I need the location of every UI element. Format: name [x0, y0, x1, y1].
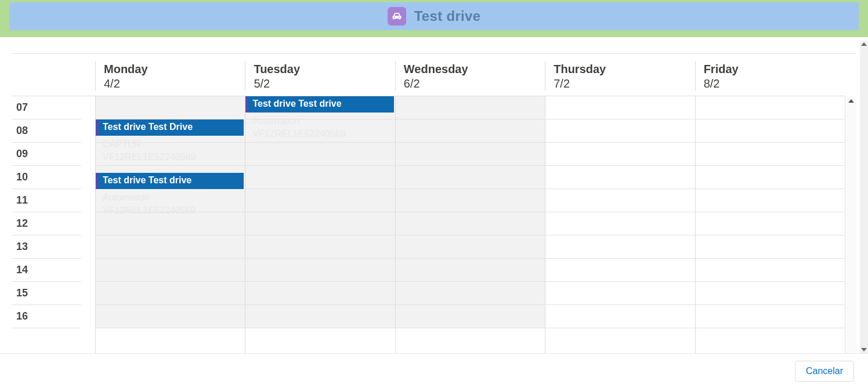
hour-cell[interactable] [545, 305, 695, 328]
hour-cell[interactable] [96, 235, 245, 259]
hour-cell[interactable] [696, 282, 845, 305]
calendar: Monday4/2Tuesday5/2Wednesday6/2Thursday7… [0, 54, 868, 370]
hour-cell[interactable] [396, 143, 545, 166]
time-slot: 16 [12, 305, 81, 328]
dialog-footer: Cancelar [0, 353, 868, 388]
hour-cell[interactable] [396, 119, 545, 143]
time-slot: 13 [12, 235, 81, 259]
hour-cell[interactable] [545, 212, 695, 235]
scroll-up-icon[interactable] [859, 41, 868, 48]
hour-cell[interactable] [696, 119, 845, 143]
day-name: Wednesday [404, 62, 545, 76]
hour-cell[interactable] [545, 166, 695, 189]
time-slot: 15 [12, 282, 81, 305]
day-date: 6/2 [404, 76, 545, 91]
event-vin: VF12REL1E52240569 [252, 128, 389, 140]
time-gutter: 07080910111213141516 [12, 96, 81, 370]
hour-cell[interactable] [245, 212, 395, 235]
day-name: Monday [104, 62, 245, 76]
day-header[interactable]: Thursday7/2 [545, 61, 695, 91]
time-slot: 12 [12, 212, 81, 235]
time-slot: 08 [12, 119, 81, 143]
hour-cell[interactable] [396, 96, 545, 119]
day-name: Tuesday [254, 62, 395, 76]
hour-cell[interactable] [245, 305, 395, 328]
time-slot: 10 [12, 166, 81, 189]
scroll-down-icon[interactable] [859, 346, 868, 353]
hour-cell[interactable] [545, 119, 695, 143]
day-column[interactable] [695, 96, 845, 370]
hour-cell[interactable] [96, 259, 245, 282]
hour-cell[interactable] [696, 96, 845, 119]
calendar-body: 07080910111213141516 CAPTURVF12REL1E5224… [12, 96, 856, 370]
day-column[interactable]: AutomationVF12REL1E52240569Test drive Te… [245, 96, 395, 370]
event-title: Test drive Test Drive [103, 121, 239, 133]
hour-cell[interactable] [96, 305, 245, 328]
hour-cell[interactable] [545, 235, 695, 259]
hour-cell[interactable] [96, 282, 245, 305]
time-slot: 09 [12, 143, 81, 166]
hour-cell[interactable] [245, 166, 395, 189]
time-slot: 07 [12, 96, 81, 119]
hour-cell[interactable] [396, 282, 545, 305]
day-column[interactable] [395, 96, 545, 370]
day-name: Friday [704, 62, 845, 76]
hour-cell[interactable] [245, 282, 395, 305]
scroll-up-icon[interactable] [847, 97, 856, 104]
event-title: Test drive Test drive [103, 174, 239, 187]
calendar-header-row: Monday4/2Tuesday5/2Wednesday6/2Thursday7… [12, 54, 845, 96]
car-icon [388, 7, 406, 26]
hour-cell[interactable] [696, 235, 845, 259]
hour-cell[interactable] [545, 259, 695, 282]
hour-cell[interactable] [245, 235, 395, 259]
event-subtitle: Automation [252, 115, 389, 128]
day-header[interactable]: Wednesday6/2 [395, 61, 545, 91]
calendar-event[interactable]: Test drive Test drive [245, 96, 393, 113]
day-name: Thursday [554, 62, 695, 76]
hour-cell[interactable] [396, 259, 545, 282]
day-column[interactable] [545, 96, 695, 370]
calendar-event[interactable]: Test drive Test Drive [96, 119, 244, 136]
day-header[interactable]: Tuesday5/2 [245, 61, 395, 91]
hour-cell[interactable] [696, 166, 845, 189]
event-subtitle: Automation [103, 191, 239, 204]
calendar-day-columns[interactable]: CAPTURVF12REL1E52240569Test drive Test D… [95, 96, 845, 370]
calendar-vertical-scrollbar[interactable] [845, 96, 856, 370]
calendar-event-overflow: CAPTURVF12REL1E52240569 [96, 136, 244, 172]
hour-cell[interactable] [396, 235, 545, 259]
hour-cell[interactable] [696, 212, 845, 235]
hour-cell[interactable] [96, 96, 245, 119]
event-subtitle: CAPTUR [103, 138, 239, 151]
hour-cell[interactable] [545, 96, 695, 119]
hour-cell[interactable] [696, 143, 845, 166]
day-date: 8/2 [704, 76, 845, 91]
calendar-event[interactable]: Test drive Test drive [96, 173, 244, 189]
day-date: 7/2 [554, 76, 695, 91]
event-vin: VF12REL1E52240569 [103, 151, 239, 164]
time-slot: 11 [12, 189, 81, 212]
hour-cell[interactable] [545, 189, 695, 212]
hour-cell[interactable] [245, 189, 395, 212]
calendar-event-overflow: AutomationVF12REL1E52240569 [245, 113, 393, 145]
hour-cell[interactable] [396, 212, 545, 235]
day-header[interactable]: Friday8/2 [695, 61, 845, 91]
event-title: Test drive Test drive [252, 97, 389, 110]
banner-title: Test drive [414, 8, 481, 24]
modal-vertical-scrollbar[interactable] [860, 41, 868, 353]
hour-cell[interactable] [696, 259, 845, 282]
cancel-button[interactable]: Cancelar [795, 361, 854, 382]
hour-cell[interactable] [545, 282, 695, 305]
hour-cell[interactable] [696, 305, 845, 328]
day-date: 4/2 [104, 76, 245, 91]
hour-cell[interactable] [696, 189, 845, 212]
hour-cell[interactable] [545, 143, 695, 166]
hour-cell[interactable] [396, 305, 545, 328]
time-gutter-header [26, 61, 95, 91]
day-header[interactable]: Monday4/2 [95, 61, 245, 91]
day-column[interactable]: CAPTURVF12REL1E52240569Test drive Test D… [95, 96, 245, 370]
hour-cell[interactable] [396, 166, 545, 189]
hour-cell[interactable] [245, 143, 395, 166]
hour-cell[interactable] [245, 259, 395, 282]
hour-cell[interactable] [396, 189, 545, 212]
event-vin: VF12REL1E52240569 [103, 204, 239, 217]
